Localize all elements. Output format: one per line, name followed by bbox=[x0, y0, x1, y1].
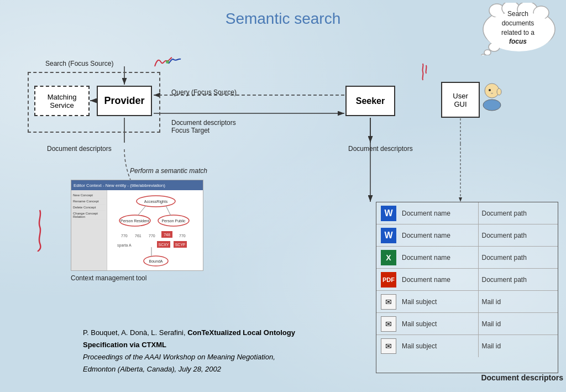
svg-point-21 bbox=[483, 100, 501, 111]
doc-desc-label-1: Document descriptors bbox=[47, 145, 112, 153]
pdf-icon: PDF bbox=[380, 271, 397, 289]
doc-row-7: ✉ Mail subject Mail id bbox=[376, 335, 558, 357]
word-icon-1: W bbox=[380, 205, 397, 222]
user-icon bbox=[480, 82, 505, 112]
user-gui-box: User GUI bbox=[441, 82, 480, 118]
doc-path-2: Document path bbox=[479, 232, 555, 239]
search-focus-source-label: Search (Focus Source) bbox=[45, 60, 113, 67]
mail-id-1: Mail id bbox=[479, 298, 555, 306]
svg-point-24 bbox=[166, 60, 169, 64]
svg-text:BoundA: BoundA bbox=[149, 259, 163, 263]
doc-path-1: Document path bbox=[479, 210, 555, 217]
cloud-text: Search documents related to a focus bbox=[485, 9, 551, 46]
svg-text:AccessRights: AccessRights bbox=[144, 200, 168, 204]
svg-text:Person Public: Person Public bbox=[161, 219, 186, 223]
doc-row-2: W Document name Document path bbox=[376, 224, 558, 247]
doc-name-1: Document name bbox=[402, 202, 479, 224]
svg-text:SCYF: SCYF bbox=[175, 243, 186, 247]
doc-desc-label-2: Document descriptors bbox=[348, 145, 413, 153]
context-management-screenshot: Editor Context - New entity - (title/abb… bbox=[71, 180, 203, 271]
squiggle-3 bbox=[28, 207, 53, 252]
seeker-box: Seeker bbox=[345, 86, 395, 116]
doc-name-4: Document name bbox=[402, 269, 479, 290]
doc-path-4: Document path bbox=[479, 276, 555, 284]
mail-subject-3: Mail subject bbox=[402, 335, 479, 357]
doc-row-3: X Document name Document path bbox=[376, 247, 558, 269]
svg-text:Person Resident: Person Resident bbox=[120, 219, 149, 223]
perform-semantic-match-label: Perform a semantic match bbox=[130, 167, 207, 175]
doc-name-2: Document name bbox=[402, 224, 479, 246]
document-descriptors-area: W Document name Document path W Document… bbox=[376, 202, 558, 373]
doc-row-1: W Document name Document path bbox=[376, 202, 558, 224]
provider-box: Provider bbox=[97, 86, 152, 116]
mail-id-3: Mail id bbox=[479, 342, 555, 350]
squiggle-2 bbox=[412, 61, 434, 83]
svg-text:770: 770 bbox=[179, 234, 186, 238]
svg-point-3 bbox=[481, 54, 485, 55]
svg-text:761: 761 bbox=[135, 234, 142, 238]
doc-desc-focus-target-label: Document descriptors Focus Target bbox=[171, 119, 236, 134]
svg-line-31 bbox=[138, 206, 146, 216]
doc-path-3: Document path bbox=[479, 254, 555, 262]
svg-point-23 bbox=[489, 89, 491, 91]
word-icon-2: W bbox=[380, 227, 397, 244]
thought-cloud: Search documents related to a focus bbox=[478, 3, 560, 55]
doc-row-5: ✉ Mail subject Mail id bbox=[376, 291, 558, 313]
squiggle-1 bbox=[152, 55, 185, 75]
svg-point-2 bbox=[484, 50, 491, 55]
svg-line-32 bbox=[166, 206, 171, 216]
mail-subject-2: Mail subject bbox=[402, 313, 479, 334]
mail-icon-1: ✉ bbox=[380, 293, 397, 311]
mail-id-2: Mail id bbox=[479, 320, 555, 328]
query-focus-source-label: Query (Focus Source) bbox=[171, 88, 237, 96]
svg-text:748: 748 bbox=[164, 233, 170, 237]
svg-point-22 bbox=[497, 88, 501, 95]
doc-row-6: ✉ Mail subject Mail id bbox=[376, 313, 558, 335]
doc-name-3: Document name bbox=[402, 247, 479, 268]
matching-service-box: Matching Service bbox=[34, 86, 90, 116]
doc-row-4: PDF Document name Document path bbox=[376, 269, 558, 291]
mail-icon-3: ✉ bbox=[380, 337, 397, 355]
svg-text:sparta A: sparta A bbox=[117, 243, 132, 248]
citation-block: P. Bouquet, A. Donà, L. Serafini, ConTeX… bbox=[83, 327, 295, 375]
mail-subject-1: Mail subject bbox=[402, 291, 479, 312]
excel-icon: X bbox=[380, 249, 397, 266]
context-management-label: Context management tool bbox=[71, 274, 146, 282]
document-descriptors-footer-label: Document descriptors bbox=[481, 373, 563, 382]
svg-text:SCXY: SCXY bbox=[158, 243, 169, 247]
mail-icon-2: ✉ bbox=[380, 315, 397, 333]
svg-text:770: 770 bbox=[121, 234, 128, 238]
svg-text:770: 770 bbox=[149, 234, 155, 238]
